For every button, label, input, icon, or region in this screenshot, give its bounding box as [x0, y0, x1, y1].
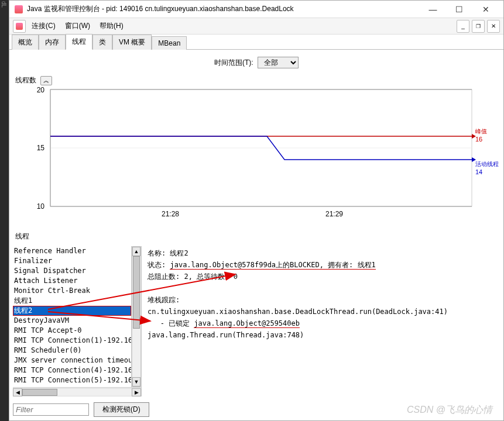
thread-list-item[interactable]: Monitor Ctrl-Break	[13, 286, 131, 296]
thread-detail: 名称: 线程2 状态: java.lang.Object@578f99da上的B…	[145, 246, 500, 396]
thread-list-item[interactable]: RMI TCP Connection(4)-192.168.9	[13, 365, 131, 375]
legend-peak: 峰值 16	[475, 127, 499, 143]
thread-list-item[interactable]: DestroyJavaVM	[13, 316, 131, 326]
bottom-bar: 检测死锁(D)	[13, 400, 500, 417]
svg-text:20: 20	[37, 87, 45, 94]
filter-input[interactable]	[13, 403, 89, 416]
time-range-row: 时间范围(T): 全部	[13, 54, 500, 71]
menubar: 连接(C) 窗口(W) 帮助(H) _ ❐ ✕	[9, 18, 503, 34]
thread-list-item[interactable]: Finalizer	[13, 256, 131, 266]
svg-text:10: 10	[37, 202, 45, 210]
thread-list-item[interactable]: Signal Dispatcher	[13, 266, 131, 276]
thread-list[interactable]: Reference HandlerFinalizerSignal Dispatc…	[13, 246, 132, 387]
window-title: Java 监视和管理控制台 - pid: 149016 cn.tulingxue…	[27, 4, 420, 14]
scroll-left-icon[interactable]: ◀	[13, 388, 22, 396]
minimize-button[interactable]: —	[420, 1, 446, 18]
legend-live: 活动线程 14	[475, 160, 499, 175]
menu-connect[interactable]: 连接(C)	[28, 20, 59, 32]
thread-list-item[interactable]: 线程1	[13, 296, 131, 306]
thread-list-scrollbar-h[interactable]: ◀ ▶	[13, 387, 141, 396]
scroll-down-icon[interactable]: ▼	[132, 377, 140, 387]
time-range-select[interactable]: 全部	[258, 57, 299, 68]
time-range-label: 时间范围(T):	[214, 58, 253, 67]
svg-text:15: 15	[37, 144, 45, 152]
thread-list-item[interactable]: RMI Scheduler(0)	[13, 346, 131, 356]
svg-text:21:29: 21:29	[325, 210, 343, 218]
thread-list-item[interactable]: 线程2	[13, 306, 131, 316]
java-icon	[14, 5, 23, 14]
mdi-close-button[interactable]: ✕	[487, 20, 500, 33]
tabs: 概览 内存 线程 类 VM 概要 MBean	[9, 34, 503, 50]
maximize-button[interactable]: ☐	[446, 1, 472, 18]
thread-list-item[interactable]: Reference Handler	[13, 246, 131, 256]
detect-deadlock-button[interactable]: 检测死锁(D)	[94, 402, 149, 417]
ide-tab: dL	[0, 0, 8, 9]
threads-section-title: 线程	[15, 232, 500, 241]
menu-help[interactable]: 帮助(H)	[96, 20, 127, 32]
tab-overview[interactable]: 概览	[12, 34, 39, 50]
connect-icon[interactable]	[13, 20, 26, 33]
scroll-right-icon[interactable]: ▶	[132, 388, 141, 396]
thread-list-item[interactable]: Attach Listener	[13, 276, 131, 286]
tab-memory[interactable]: 内存	[39, 34, 66, 50]
thread-list-item[interactable]: RMI TCP Connection(5)-192.168.9	[13, 375, 131, 385]
mdi-minimize-button[interactable]: _	[457, 20, 469, 33]
svg-text:21:28: 21:28	[162, 210, 179, 218]
thread-list-scrollbar-v[interactable]: ▲ ▼	[132, 246, 141, 387]
mdi-restore-button[interactable]: ❐	[472, 20, 485, 33]
chart-collapse-button[interactable]: ︽	[40, 76, 52, 85]
titlebar: Java 监视和管理控制台 - pid: 149016 cn.tulingxue…	[9, 1, 503, 18]
close-button[interactable]: ✕	[472, 1, 499, 18]
tab-vmsummary[interactable]: VM 概要	[112, 34, 152, 50]
thread-list-item[interactable]: RMI TCP Accept-0	[13, 326, 131, 336]
scroll-up-icon[interactable]: ▲	[132, 247, 140, 256]
thread-list-item[interactable]: JMX server connection timeout 1	[13, 356, 131, 365]
tab-classes[interactable]: 类	[92, 34, 112, 50]
chart-title: 线程数 ︽	[15, 75, 500, 85]
thread-list-item[interactable]: RMI TCP Connection(1)-192.168.9	[13, 336, 131, 346]
tab-threads[interactable]: 线程	[66, 34, 92, 50]
thread-chart: 20 15 10 21:28 21:29	[15, 87, 478, 224]
tab-mbean[interactable]: MBean	[152, 36, 187, 50]
main-window: Java 监视和管理控制台 - pid: 149016 cn.tulingxue…	[9, 0, 504, 421]
menu-window[interactable]: 窗口(W)	[61, 20, 94, 32]
